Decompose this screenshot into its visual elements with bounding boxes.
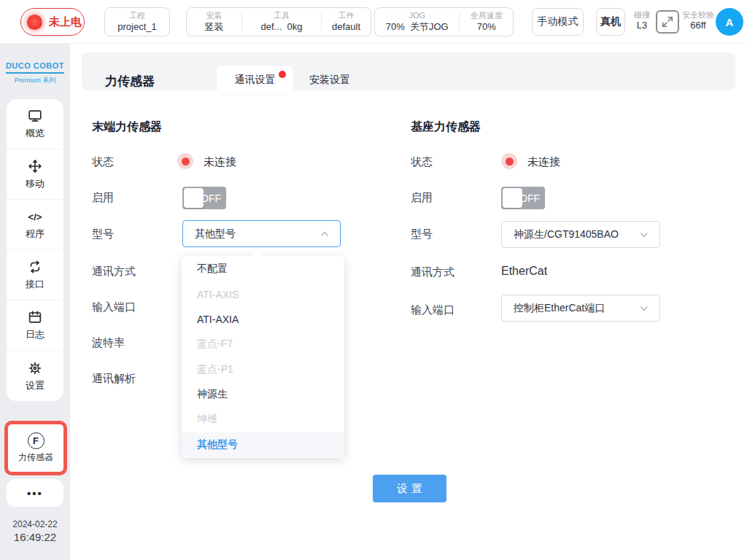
calendar-icon	[27, 309, 43, 325]
logo: DUCO COBOT Premium 系列	[0, 58, 70, 85]
end-port-label: 输入端口	[92, 300, 136, 314]
sidebar-item-log[interactable]: 日志	[7, 300, 63, 351]
base-model-select[interactable]: 神源生/CGT91405BAO	[501, 221, 660, 248]
end-model-label: 型号	[92, 228, 114, 241]
global-speed-selector[interactable]: 全局速度 70%	[460, 11, 513, 33]
sidebar-item-label: 概览	[26, 127, 44, 140]
force-sensor-label: 力传感器	[18, 451, 53, 464]
end-baud-label: 波特率	[92, 336, 125, 350]
user-avatar[interactable]: A	[716, 8, 743, 36]
tab-label: 通讯设置	[235, 74, 276, 87]
end-enable-toggle[interactable]: OFF	[182, 187, 226, 209]
move-icon	[27, 158, 43, 174]
dropdown-option-none[interactable]: 不配置	[182, 257, 344, 281]
base-port-label: 输入端口	[411, 303, 454, 317]
dropdown-option-landian-p1: 蓝点-P1	[182, 357, 344, 382]
power-status-button[interactable]: 未上电	[20, 8, 85, 36]
sidebar-item-label: 移动	[26, 177, 44, 190]
mount-selector[interactable]: 安装 竖装	[187, 11, 241, 33]
app-root: 未上电 工程 project_1 安装 竖装 工具 def... 0kg 工件 …	[0, 0, 747, 560]
base-status-dot-icon	[501, 153, 517, 169]
sidebar-item-label: 设置	[26, 379, 44, 392]
sidebar-menu: 概览 移动 </> 程序 接口 日志 设置	[7, 99, 63, 401]
base-status-label: 状态	[411, 155, 433, 169]
end-status-label: 状态	[92, 155, 114, 169]
workpiece-selector[interactable]: 工件 default	[322, 11, 371, 33]
sidebar-item-label: 程序	[26, 228, 44, 241]
collision-value: L3	[637, 20, 647, 32]
safety-check-value: 66ff	[690, 20, 705, 32]
dropdown-option-kunwei: 坤维	[182, 407, 344, 432]
sidebar-item-force-sensor[interactable]: F 力传感器	[4, 421, 67, 475]
swap-icon	[27, 259, 43, 275]
code-icon: </>	[28, 209, 42, 225]
workpiece-label: 工件	[338, 11, 355, 21]
sidebar: DUCO COBOT Premium 系列 概览 移动 </> 程序 接口	[0, 44, 70, 560]
manual-mode-button[interactable]: 手动模式	[532, 8, 584, 36]
chevron-up-icon	[320, 229, 330, 239]
end-enable-label: 启用	[92, 191, 114, 205]
mount-value: 竖装	[205, 21, 224, 33]
end-model-value: 其他型号	[195, 228, 320, 241]
logo-text: DUCO COBOT	[6, 61, 64, 74]
tab-label: 安装设置	[309, 74, 350, 87]
safety-check: 安全校验 66ff	[677, 9, 719, 32]
tab-install-settings[interactable]: 安装设置	[295, 66, 364, 95]
tab-communication-settings[interactable]: 通讯设置	[217, 66, 293, 95]
end-model-select[interactable]: 其他型号	[182, 220, 341, 247]
base-comm-label: 通讯方式	[411, 265, 454, 279]
sidebar-more-button[interactable]: •••	[7, 479, 63, 507]
collision-label: 碰撞	[634, 9, 650, 20]
end-status-value: 未连接	[204, 155, 236, 169]
setup-group: 安装 竖装 工具 def... 0kg 工件 default	[186, 7, 371, 36]
project-selector[interactable]: 工程 project_1	[104, 7, 170, 36]
base-enable-toggle[interactable]: OFF	[501, 187, 545, 209]
tool-value: def...	[260, 21, 282, 32]
expand-icon[interactable]	[656, 10, 679, 34]
jog-speed-group: JOG 70% 关节JOG 全局速度 70%	[374, 7, 514, 36]
tool-weight: 0kg	[287, 21, 303, 32]
dropdown-option-other[interactable]: 其他型号	[182, 432, 344, 457]
chevron-down-icon	[639, 230, 649, 240]
sidebar-item-move[interactable]: 移动	[7, 149, 63, 200]
time-label: 16:49:22	[0, 531, 70, 543]
gear-icon	[27, 360, 43, 376]
date-label: 2024-02-22	[0, 519, 70, 529]
dropdown-option-ati-axis: ATI-AXIS	[182, 281, 344, 306]
more-icon: •••	[27, 487, 43, 499]
logo-subtitle: Premium 系列	[0, 76, 70, 85]
collision-level: 碰撞 L3	[629, 9, 655, 32]
workpiece-value: default	[332, 21, 360, 33]
tool-label: 工具	[274, 11, 290, 21]
base-port-select[interactable]: 控制柜EtherCat端口	[501, 295, 660, 322]
base-model-label: 型号	[411, 228, 433, 241]
sidebar-item-overview[interactable]: 概览	[7, 99, 63, 149]
chevron-down-icon	[639, 303, 649, 314]
jog-selector[interactable]: JOG 70% 关节JOG	[375, 11, 459, 33]
sidebar-item-interface[interactable]: 接口	[7, 250, 63, 300]
power-status-label: 未上电	[49, 15, 82, 29]
notification-dot-icon	[279, 71, 286, 78]
end-sensor-heading: 末端力传感器	[92, 120, 162, 135]
tool-selector[interactable]: 工具 def... 0kg	[242, 11, 321, 33]
settings-submit-button[interactable]: 设置	[373, 475, 446, 502]
page-header: 力传感器 通讯设置 安装设置	[82, 52, 735, 90]
jog-value: 70%	[386, 21, 405, 32]
base-port-value: 控制柜EtherCat端口	[514, 302, 639, 315]
sidebar-item-settings[interactable]: 设置	[7, 351, 63, 401]
end-parse-label: 通讯解析	[92, 372, 136, 386]
sidebar-item-label: 日志	[26, 328, 44, 341]
dropdown-option-shenyuansheng[interactable]: 神源生	[182, 382, 344, 407]
sidebar-item-program[interactable]: </> 程序	[7, 200, 63, 250]
base-enable-label: 启用	[411, 191, 433, 205]
real-machine-button[interactable]: 真机	[596, 8, 625, 36]
safety-check-label: 安全校验	[682, 9, 714, 20]
sidebar-item-label: 接口	[26, 278, 44, 291]
global-speed-label: 全局速度	[471, 11, 503, 21]
base-enable-state: OFF	[519, 187, 540, 209]
main-content: 力传感器 通讯设置 安装设置 末端力传感器 状态 未连接 启用 OFF 型号 其…	[70, 44, 747, 560]
monitor-icon	[27, 108, 43, 124]
datetime: 2024-02-22 16:49:22	[0, 519, 70, 543]
dropdown-option-ati-axia[interactable]: ATI-AXIA	[182, 307, 344, 332]
global-speed-value: 70%	[477, 21, 496, 33]
